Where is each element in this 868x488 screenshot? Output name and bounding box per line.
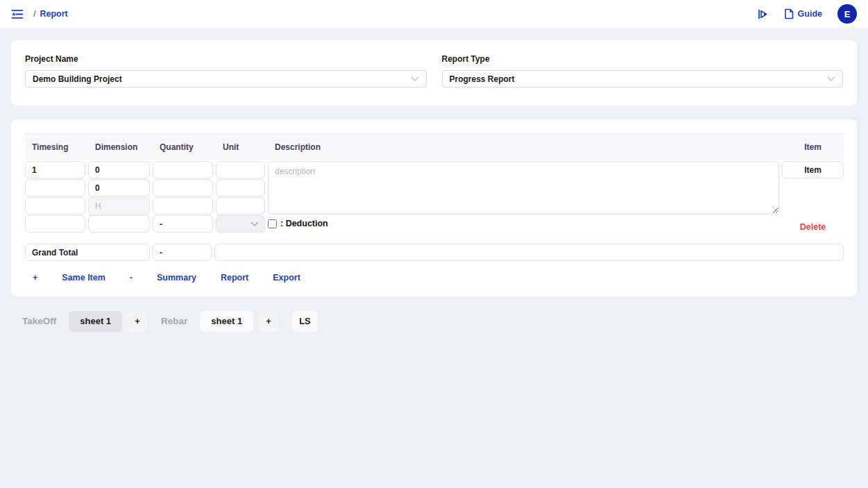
timesing-input[interactable]: [25, 215, 85, 233]
unit-input[interactable]: [216, 197, 265, 214]
filters-card: Project Name Demo Building Project Repor…: [11, 40, 857, 106]
header-unit: Unit: [216, 142, 265, 152]
dimension-h-input: [88, 197, 150, 214]
header-description: Description: [268, 142, 779, 152]
deduction-label: : Deduction: [280, 219, 328, 228]
chevron-down-icon: [827, 76, 835, 82]
timesing-input[interactable]: [25, 179, 85, 196]
description-textarea[interactable]: [268, 161, 779, 214]
delete-button[interactable]: Delete: [800, 222, 826, 233]
project-name-field: Project Name Demo Building Project: [25, 54, 427, 106]
report-type-field: Report Type Progress Report: [442, 54, 844, 106]
guide-label: Guide: [798, 9, 822, 19]
menu-fold-icon[interactable]: [11, 9, 24, 19]
guide-button[interactable]: Guide: [784, 8, 822, 19]
project-name-label: Project Name: [25, 54, 427, 64]
avatar-initial: E: [844, 9, 851, 19]
unit-input[interactable]: [216, 179, 265, 196]
unit-select-disabled: [216, 215, 265, 233]
timesing-input[interactable]: [25, 161, 85, 178]
dimension-input[interactable]: [88, 215, 150, 233]
run-icon[interactable]: [757, 8, 769, 20]
same-item-button[interactable]: Same Item: [62, 273, 105, 283]
header-quantity: Quantity: [153, 142, 213, 152]
header-timesing: Timesing: [25, 142, 85, 152]
avatar[interactable]: E: [837, 4, 857, 24]
item-input[interactable]: [782, 161, 844, 178]
grand-total-input[interactable]: [25, 244, 150, 261]
quantity-input[interactable]: [153, 161, 213, 178]
ls-tab[interactable]: LS: [292, 311, 318, 332]
grand-total-quantity-input[interactable]: [153, 244, 212, 261]
export-button[interactable]: Export: [273, 273, 300, 283]
summary-button[interactable]: Summary: [157, 273, 196, 283]
sheet-bar: TakeOff sheet 1 + Rebar sheet 1 + LS: [11, 310, 857, 332]
timesing-input[interactable]: [25, 197, 85, 214]
report-button[interactable]: Report: [221, 273, 248, 283]
table-actions: + Same Item - Summary Report Export: [25, 273, 844, 283]
report-type-label: Report Type: [442, 54, 844, 64]
header-dimension: Dimension: [88, 142, 150, 152]
header-item: Item: [782, 142, 844, 152]
quantity-input[interactable]: [153, 179, 213, 196]
breadcrumb-report[interactable]: Report: [40, 9, 67, 19]
project-name-value: Demo Building Project: [33, 74, 122, 84]
document-icon: [784, 8, 794, 19]
takeoff-group-label: TakeOff: [22, 316, 56, 326]
project-name-select[interactable]: Demo Building Project: [25, 70, 427, 87]
grand-total-row: [25, 244, 844, 261]
deduction-checkbox[interactable]: [268, 219, 277, 228]
unit-input[interactable]: [216, 161, 265, 178]
takeoff-add-sheet-button[interactable]: +: [128, 311, 147, 332]
quantity-input[interactable]: [153, 197, 213, 214]
top-bar: / Report Guide E: [0, 0, 868, 28]
dimension-input[interactable]: [88, 179, 150, 196]
rebar-add-sheet-button[interactable]: +: [259, 311, 278, 332]
breadcrumb[interactable]: / Report: [33, 9, 68, 19]
rebar-sheet-tab[interactable]: sheet 1: [200, 311, 253, 332]
takeoff-sheet-tab[interactable]: sheet 1: [69, 311, 122, 332]
table-body: : Deduction Delete: [25, 161, 844, 233]
remove-row-button[interactable]: -: [130, 273, 133, 283]
report-type-select[interactable]: Progress Report: [442, 70, 844, 87]
chevron-down-icon: [411, 76, 419, 82]
table-header-row: Timesing Dimension Quantity Unit Descrip…: [25, 133, 844, 160]
grand-total-description-input[interactable]: [214, 244, 844, 261]
chevron-down-icon: [250, 221, 259, 227]
report-type-value: Progress Report: [450, 74, 515, 84]
quantity-total-input[interactable]: [153, 215, 213, 233]
deduction-control: : Deduction: [268, 215, 779, 228]
add-row-button[interactable]: +: [33, 273, 37, 283]
takeoff-table-card: Timesing Dimension Quantity Unit Descrip…: [11, 119, 857, 296]
rebar-group-label: Rebar: [161, 316, 187, 326]
dimension-input[interactable]: [88, 161, 150, 178]
breadcrumb-separator: /: [33, 9, 35, 19]
